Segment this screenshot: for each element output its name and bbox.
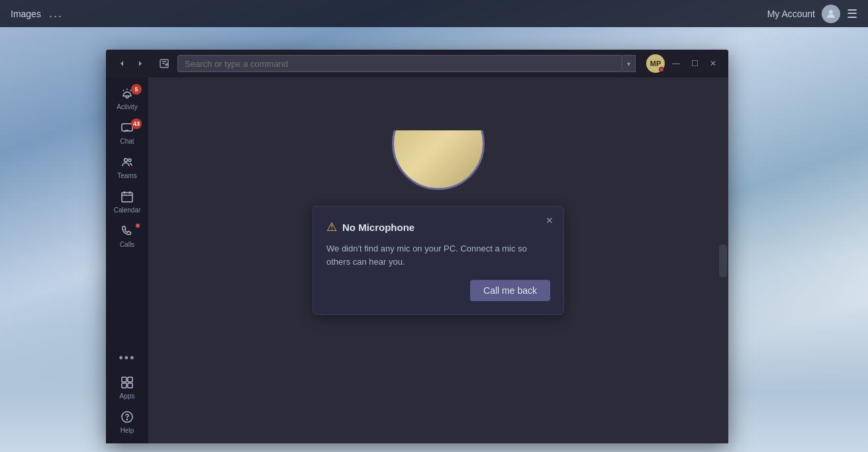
more-dots-icon: ••• [119, 351, 136, 365]
calls-notification-dot [135, 223, 140, 228]
title-bar-controls: MP — ☐ ✕ [646, 54, 720, 73]
teams-label: Teams [117, 172, 136, 179]
svg-rect-15 [128, 383, 132, 388]
taskbar: Images ... My Account ☰ [0, 0, 868, 27]
main-area: Activity 5 Chat 43 [106, 77, 728, 443]
svg-point-7 [128, 159, 131, 161]
scroll-indicator [719, 244, 727, 277]
sidebar-item-activity[interactable]: Activity 5 [110, 83, 144, 114]
calls-label: Calls [120, 241, 134, 248]
search-container: ▾ [177, 55, 636, 72]
help-icon [121, 410, 134, 426]
teams-icon [121, 156, 134, 171]
sidebar-item-chat[interactable]: Chat 43 [110, 117, 144, 149]
sidebar-item-more[interactable]: ••• [110, 347, 144, 369]
svg-point-17 [127, 420, 128, 420]
sidebar-item-help[interactable]: Help [110, 406, 144, 438]
teams-window: ▾ MP — ☐ ✕ [106, 50, 728, 443]
sidebar: Activity 5 Chat 43 [106, 77, 148, 443]
svg-rect-13 [128, 377, 132, 382]
svg-rect-8 [122, 193, 132, 202]
call-back-button[interactable]: Call me back [470, 280, 550, 301]
sidebar-item-apps[interactable]: Apps [110, 372, 144, 404]
calendar-label: Calendar [114, 206, 141, 214]
taskbar-right: My Account ☰ [767, 5, 857, 23]
content-area: ✕ ⚠ No Microphone We didn't find any mic… [148, 77, 728, 443]
activity-badge: 5 [131, 84, 142, 95]
taskbar-images-label[interactable]: Images [11, 9, 41, 19]
warning-icon: ⚠ [326, 220, 337, 234]
maximize-button[interactable]: ☐ [687, 56, 702, 71]
sidebar-item-teams[interactable]: Teams [110, 152, 144, 183]
search-chevron-button[interactable]: ▾ [622, 55, 636, 72]
status-dot [659, 67, 664, 72]
dialog-footer: Call me back [326, 280, 550, 301]
chat-badge: 43 [131, 118, 142, 129]
title-bar-nav [114, 56, 148, 71]
svg-rect-14 [122, 383, 126, 388]
dialog-body: We didn't find any mic on your PC. Conne… [326, 242, 550, 268]
my-account-label[interactable]: My Account [767, 9, 815, 19]
dialog-close-button[interactable]: ✕ [542, 213, 557, 228]
dialog-title-row: ⚠ No Microphone [326, 220, 550, 234]
svg-line-3 [123, 90, 124, 91]
svg-rect-12 [122, 377, 126, 382]
activity-label: Activity [117, 103, 138, 111]
taskbar-left: Images ... [11, 7, 63, 21]
nav-forward-button[interactable] [132, 56, 148, 71]
search-input[interactable] [177, 55, 622, 72]
minimize-button[interactable]: — [669, 56, 683, 71]
dialog-overlay: ✕ ⚠ No Microphone We didn't find any mic… [148, 77, 728, 443]
chat-label: Chat [120, 138, 134, 145]
dialog-title: No Microphone [342, 222, 414, 233]
sidebar-item-calls[interactable]: Calls [110, 220, 144, 252]
help-label: Help [121, 427, 134, 434]
taskbar-menu-icon[interactable]: ☰ [847, 7, 857, 21]
calls-icon [121, 224, 134, 240]
no-microphone-dialog: ✕ ⚠ No Microphone We didn't find any mic… [313, 206, 564, 315]
taskbar-user-avatar[interactable] [822, 5, 840, 23]
close-button[interactable]: ✕ [706, 56, 720, 71]
svg-point-6 [124, 159, 128, 162]
svg-point-0 [829, 10, 833, 14]
compose-button[interactable] [156, 56, 172, 71]
sidebar-item-calendar[interactable]: Calendar [110, 186, 144, 218]
calendar-icon [121, 190, 134, 205]
apps-icon [121, 376, 134, 391]
title-bar: ▾ MP — ☐ ✕ [106, 50, 728, 77]
nav-back-button[interactable] [114, 56, 130, 71]
taskbar-more-dots[interactable]: ... [49, 7, 63, 21]
user-avatar-button[interactable]: MP [646, 54, 665, 73]
apps-label: Apps [120, 392, 135, 400]
user-initials: MP [650, 60, 661, 68]
